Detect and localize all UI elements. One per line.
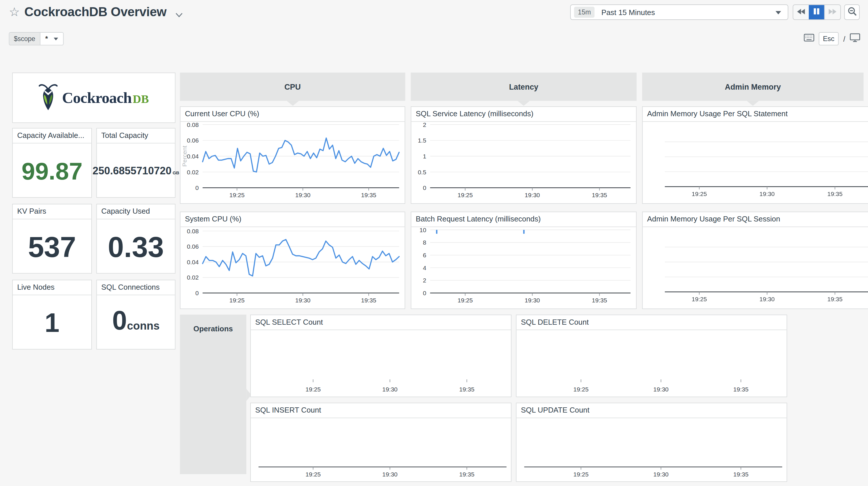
svg-text:19:25: 19:25 (692, 296, 707, 303)
group-tail (518, 101, 530, 106)
group-header-admin-memory[interactable]: Admin Memory (642, 73, 863, 101)
chart-sql-select-count[interactable]: 19:2519:3019:35 (251, 330, 511, 397)
zoom-out-button[interactable] (844, 4, 860, 20)
metric-card-total-capacity: Total Capacity 250.6855710720GB (96, 128, 176, 198)
keyboard-icon[interactable] (804, 34, 814, 44)
top-bar: ☆ CockroachDB Overview 15m Past 15 Minut… (0, 0, 868, 28)
rewind-button[interactable] (793, 5, 809, 19)
chart-sql-service-latency[interactable]: 00.511.5219:2519:3019:35 (411, 121, 636, 203)
svg-text:0: 0 (423, 184, 426, 191)
chart-system-cpu[interactable]: 00.020.040.060.0819:2519:3019:35 (181, 227, 405, 309)
svg-text:19:30: 19:30 (653, 386, 669, 393)
chart-card-sql-delete-count: SQL DELETE Count 19:2519:3019:35 (516, 315, 787, 397)
fast-forward-icon (828, 7, 837, 17)
metric-card-capacity-available: Capacity Available... 99.87 (12, 128, 92, 198)
chart-batch-request-latency[interactable]: 024681019:2519:3019:35 (411, 227, 636, 309)
svg-text:19:30: 19:30 (760, 191, 775, 197)
chart-sql-insert-count[interactable]: 19:2519:3019:35 (251, 418, 511, 481)
group-header-operations[interactable]: Operations (180, 315, 246, 474)
svg-text:19:35: 19:35 (733, 471, 749, 478)
group-header-latency[interactable]: Latency (411, 73, 637, 101)
svg-text:19:35: 19:35 (592, 297, 607, 304)
fast-forward-button[interactable] (825, 5, 841, 19)
svg-text:19:35: 19:35 (459, 386, 474, 393)
metric-label: Live Nodes (13, 280, 91, 295)
svg-text:19:30: 19:30 (653, 471, 669, 478)
svg-text:19:35: 19:35 (459, 471, 474, 478)
caret-down-icon (776, 11, 781, 14)
svg-text:2: 2 (423, 121, 426, 128)
chart-current-user-cpu[interactable]: 00.020.040.060.0819:2519:3019:35Percent (181, 121, 405, 203)
chart-card-admin-memory-session: Admin Memory Usage Per SQL Session 19:25… (642, 211, 868, 309)
dashboard-page: ☆ CockroachDB Overview 15m Past 15 Minut… (0, 0, 868, 486)
time-range-badge: 15m (574, 7, 595, 18)
chart-title: Admin Memory Usage Per SQL Session (643, 212, 868, 227)
metric-card-capacity-used: Capacity Used 0.33 (96, 204, 176, 274)
scope-template-variable[interactable]: $scope * (9, 32, 64, 46)
chart-card-system-cpu: System CPU (%) 00.020.040.060.0819:2519:… (180, 211, 405, 309)
svg-text:0.06: 0.06 (187, 243, 199, 250)
svg-text:19:30: 19:30 (295, 192, 311, 198)
scope-value: * (45, 35, 48, 43)
chart-admin-memory-statement[interactable]: 19:2519:3019:35 (643, 121, 868, 203)
svg-text:19:30: 19:30 (382, 471, 398, 478)
magnifier-minus-icon (847, 6, 857, 18)
svg-text:19:25: 19:25 (229, 297, 245, 304)
monitor-icon[interactable] (850, 33, 860, 44)
svg-text:4: 4 (423, 264, 426, 271)
slash-separator: / (843, 35, 845, 43)
svg-text:19:35: 19:35 (827, 296, 843, 303)
chart-card-current-user-cpu: Current User CPU (%) 00.020.040.060.0819… (180, 106, 405, 204)
pause-icon (813, 7, 820, 17)
chevron-down-icon[interactable] (175, 10, 183, 20)
chart-admin-memory-session[interactable]: 19:2519:3019:35 (643, 227, 868, 309)
svg-text:19:30: 19:30 (295, 297, 311, 304)
chart-card-sql-insert-count: SQL INSERT Count 19:2519:3019:35 (250, 403, 512, 482)
svg-text:0.04: 0.04 (187, 153, 199, 160)
metric-label: Capacity Available... (13, 128, 91, 143)
group-label: Latency (509, 82, 538, 91)
chart-card-admin-memory-statement: Admin Memory Usage Per SQL Statement 19:… (642, 106, 868, 204)
star-outline-icon[interactable]: ☆ (9, 5, 20, 19)
esc-key-button[interactable]: Esc (818, 32, 839, 46)
svg-text:0.04: 0.04 (187, 259, 199, 265)
chart-title: Admin Memory Usage Per SQL Statement (643, 107, 868, 122)
svg-text:19:25: 19:25 (457, 297, 473, 304)
svg-text:19:25: 19:25 (305, 386, 321, 393)
metric-label: Capacity Used (97, 204, 175, 220)
toolbar-row: $scope * Esc / (0, 31, 868, 47)
metric-card-live-nodes: Live Nodes 1 (12, 280, 92, 349)
time-range-label: Past 15 Minutes (601, 8, 655, 17)
metric-label: KV Pairs (13, 204, 91, 220)
svg-text:19:35: 19:35 (361, 297, 376, 304)
rewind-icon (797, 7, 806, 17)
svg-text:19:30: 19:30 (525, 192, 540, 198)
group-label: CPU (284, 82, 301, 91)
svg-text:19:30: 19:30 (382, 386, 398, 393)
metric-label: Total Capacity (97, 128, 175, 143)
chart-sql-delete-count[interactable]: 19:2519:3019:35 (516, 330, 786, 397)
chart-title: SQL DELETE Count (516, 315, 786, 330)
svg-text:19:35: 19:35 (361, 192, 376, 198)
svg-text:0.06: 0.06 (187, 137, 199, 144)
svg-text:6: 6 (423, 252, 426, 258)
metric-unit: GB (173, 171, 179, 175)
group-header-cpu[interactable]: CPU (180, 73, 405, 101)
svg-text:19:25: 19:25 (305, 471, 321, 478)
time-range-picker[interactable]: 15m Past 15 Minutes (570, 4, 788, 20)
chart-title: SQL UPDATE Count (516, 403, 786, 418)
scope-label: $scope (9, 33, 40, 45)
group-tail (747, 101, 759, 106)
metric-value: 0 (112, 305, 127, 336)
page-title[interactable]: CockroachDB Overview (24, 4, 166, 19)
chart-sql-update-count[interactable]: 19:2519:3019:35 (516, 418, 786, 481)
metric-card-kv-pairs: KV Pairs 537 (12, 204, 92, 274)
svg-text:1.5: 1.5 (418, 137, 426, 144)
svg-text:19:35: 19:35 (592, 192, 607, 198)
chart-title: Current User CPU (%) (181, 107, 405, 122)
chart-card-sql-update-count: SQL UPDATE Count 19:2519:3019:35 (516, 403, 787, 482)
pause-button[interactable] (809, 5, 825, 19)
svg-text:19:35: 19:35 (827, 191, 843, 197)
chart-title: System CPU (%) (181, 212, 405, 227)
svg-text:8: 8 (423, 239, 426, 246)
